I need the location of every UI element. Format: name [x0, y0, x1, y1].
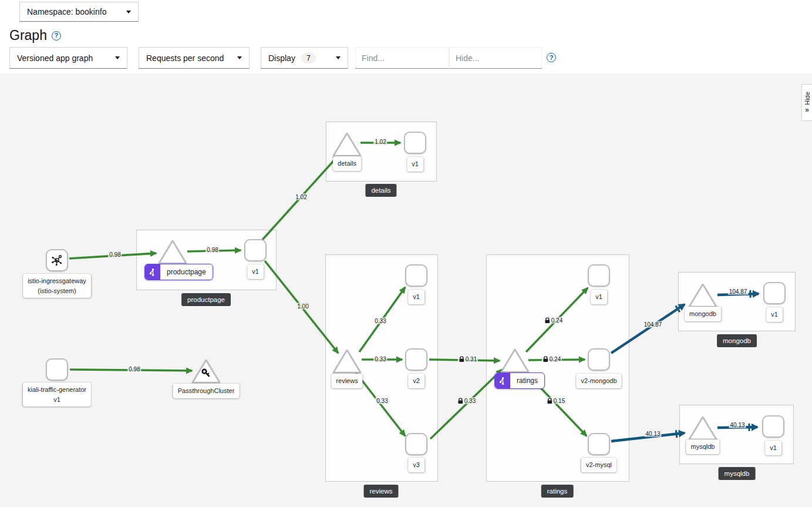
node-label-ratings-v2-mongodb[interactable]: v2-mongodb: [576, 374, 621, 388]
node-kiali-traffic-generator[interactable]: [46, 358, 68, 381]
node-label-line: reviews: [336, 376, 358, 386]
group-tooltip-details: details: [365, 184, 396, 197]
node-label-mongodb-v1[interactable]: v1: [766, 307, 783, 322]
edge-rate-value: 104.87: [644, 321, 662, 328]
node-mongodb-v1[interactable]: [763, 282, 786, 304]
node-label-line: v2: [413, 376, 420, 386]
page-title: Graph ?: [9, 28, 61, 43]
node-ratings-v1[interactable]: [588, 264, 610, 287]
edge-rate-value: 1.02: [375, 139, 386, 145]
node-label-line: v2-mongodb: [581, 376, 616, 386]
node-productpage-v1[interactable]: [244, 239, 267, 261]
find-input[interactable]: [355, 47, 449, 69]
node-ratings-v2-mongodb[interactable]: [588, 348, 610, 371]
node-details-v1[interactable]: [404, 132, 426, 154]
display-label: Display: [268, 53, 295, 63]
node-label-reviews-v3[interactable]: v3: [408, 458, 424, 472]
node-label-line: v1: [595, 292, 602, 302]
node-label-productpage-v1[interactable]: v1: [247, 264, 264, 279]
node-label-ratings-v2-mysql[interactable]: v2-mysql: [581, 458, 616, 472]
node-label-line: v1: [252, 267, 259, 277]
edge-v2mongodb-to-mongodb[interactable]: [611, 304, 685, 353]
graph-canvas[interactable]: 0.980.981.021.021.000.330.330.330.310.33…: [0, 73, 812, 507]
edge-rate-value: 0.33: [376, 398, 388, 404]
edge-label-ratings-to-v2-mysql: 0.15: [546, 398, 566, 404]
edge-label-ratings-to-v1: 0.24: [544, 317, 564, 324]
edge-rate-value: 0.24: [551, 317, 562, 324]
node-details-app[interactable]: [331, 131, 363, 158]
group-tooltip-label: mysqldb: [725, 470, 750, 477]
workload-node-shape: [404, 132, 426, 154]
namespace-select[interactable]: Namespace: bookinfo: [19, 2, 139, 22]
display-select[interactable]: Display 7: [261, 47, 348, 69]
app-node-shape: [190, 358, 222, 385]
node-label-ratings-v1[interactable]: v1: [591, 290, 607, 304]
traffic-metric-select[interactable]: Requests per second: [139, 47, 250, 69]
edge-reviews-v3-to-ratings[interactable]: [430, 370, 502, 439]
workload-node-shape: [46, 249, 68, 271]
node-label-reviews-v1[interactable]: v1: [408, 290, 424, 304]
graph-type-select[interactable]: Versioned app graph: [9, 47, 127, 69]
workload-node-shape: [588, 433, 610, 455]
node-label-line: kiali-traffic-generator: [28, 385, 86, 395]
node-istio-ingressgateway[interactable]: [46, 249, 68, 271]
edge-rate-value: 0.33: [464, 398, 476, 404]
node-label-mysqldb[interactable]: mysqldb: [686, 439, 720, 454]
node-label-reviews[interactable]: reviews: [331, 374, 362, 388]
workload-node-shape: [405, 264, 427, 287]
node-reviews-v2[interactable]: [405, 348, 427, 371]
edge-reviews-to-v3[interactable]: [356, 372, 405, 436]
chevron-down-icon: [237, 56, 242, 59]
node-label-details-v1[interactable]: v1: [407, 157, 423, 172]
graph-help-icon[interactable]: ?: [52, 31, 61, 41]
chevron-down-icon: [126, 11, 131, 14]
node-ratings-v2-mysql[interactable]: [588, 433, 610, 455]
group-tooltip-label: details: [371, 187, 390, 194]
node-label-mongodb[interactable]: mongodb: [685, 307, 721, 321]
side-panel-hide-tab[interactable]: Hide »: [801, 84, 812, 121]
group-tooltip-label: mongodb: [723, 337, 751, 344]
mtls-lock-icon: [547, 398, 552, 404]
node-label-line: mongodb: [689, 309, 716, 319]
namespace-select-label: Namespace: bookinfo: [27, 7, 106, 16]
node-label-line: v1: [770, 443, 777, 453]
node-mongodb-app[interactable]: [687, 282, 719, 309]
node-ratings-app[interactable]: [499, 347, 531, 374]
toolbar-help-icon[interactable]: ?: [547, 53, 556, 62]
app-badge-label: productpage: [160, 264, 213, 280]
workload-node-shape: [244, 239, 267, 261]
graph-type-label: Versioned app graph: [17, 53, 93, 63]
group-tooltip-label: reviews: [370, 488, 393, 495]
node-label-line: details: [338, 159, 356, 169]
node-passthroughcluster[interactable]: [190, 358, 222, 385]
workload-node-shape: [405, 433, 427, 455]
edge-label-reviews-to-v1: 0.33: [373, 318, 387, 324]
app-node-shape: [331, 131, 363, 158]
edge-label-reviews-v3-to-ratings: 0.33: [457, 398, 477, 404]
edge-rate-value: 0.15: [554, 398, 565, 404]
node-reviews-v3[interactable]: [405, 433, 427, 455]
node-productpage-app[interactable]: [157, 239, 188, 266]
node-label-details[interactable]: details: [333, 156, 361, 171]
app-branch-icon: [498, 377, 507, 385]
node-label-istio-ingressgateway[interactable]: istio-ingressgateway(istio-system): [23, 274, 91, 298]
key-icon: [201, 368, 211, 378]
app-badge-productpage[interactable]: productpage: [144, 264, 213, 280]
node-label-passthroughcluster[interactable]: PassthroughCluster: [173, 384, 240, 398]
mesh-gateway-icon: [50, 254, 63, 267]
app-badge-ratings[interactable]: ratings: [494, 372, 545, 389]
edge-rate-value: 0.98: [129, 366, 140, 372]
node-label-reviews-v2[interactable]: v2: [408, 374, 424, 388]
group-tooltip-ratings: ratings: [541, 485, 574, 498]
node-reviews-v1[interactable]: [405, 264, 427, 287]
hide-input[interactable]: [449, 47, 542, 69]
group-tooltip-productpage: productpage: [181, 293, 231, 306]
mtls-lock-icon: [545, 317, 550, 323]
node-label-mysqldb-v1[interactable]: v1: [765, 441, 781, 455]
node-mysqldb-v1[interactable]: [762, 415, 784, 438]
node-mysqldb-app[interactable]: [687, 415, 719, 442]
node-label-kiali-traffic-generator[interactable]: kiali-traffic-generatorv1: [23, 382, 91, 407]
edge-rate-value: 40.13: [730, 422, 744, 428]
edge-rate-value: 1.02: [295, 194, 306, 200]
node-reviews-app[interactable]: [331, 348, 363, 375]
